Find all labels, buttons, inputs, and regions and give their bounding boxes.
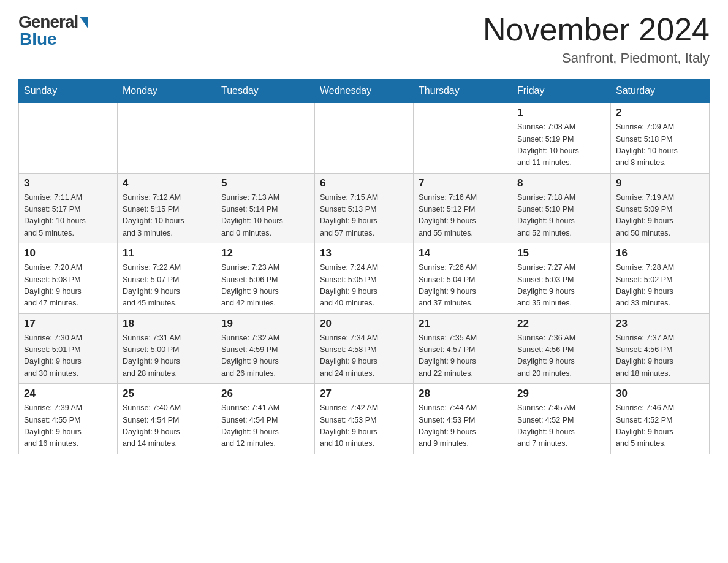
calendar-cell: 8Sunrise: 7:18 AM Sunset: 5:10 PM Daylig… <box>512 173 611 243</box>
calendar-cell: 10Sunrise: 7:20 AM Sunset: 5:08 PM Dayli… <box>19 243 118 314</box>
day-of-week-header: Friday <box>512 79 611 103</box>
calendar-cell: 16Sunrise: 7:28 AM Sunset: 5:02 PM Dayli… <box>611 243 710 314</box>
day-info: Sunrise: 7:24 AM Sunset: 5:05 PM Dayligh… <box>320 262 408 310</box>
calendar-cell: 7Sunrise: 7:16 AM Sunset: 5:12 PM Daylig… <box>414 173 512 243</box>
calendar-cell: 17Sunrise: 7:30 AM Sunset: 5:01 PM Dayli… <box>19 313 118 384</box>
day-number: 3 <box>24 177 112 190</box>
day-info: Sunrise: 7:20 AM Sunset: 5:08 PM Dayligh… <box>24 262 112 310</box>
day-info: Sunrise: 7:39 AM Sunset: 4:55 PM Dayligh… <box>24 402 112 450</box>
calendar-cell <box>19 103 118 174</box>
day-info: Sunrise: 7:44 AM Sunset: 4:53 PM Dayligh… <box>419 402 507 450</box>
calendar-cell: 4Sunrise: 7:12 AM Sunset: 5:15 PM Daylig… <box>118 173 216 243</box>
day-number: 16 <box>616 247 704 259</box>
day-number: 8 <box>517 177 605 190</box>
day-number: 19 <box>221 318 309 330</box>
calendar-cell: 11Sunrise: 7:22 AM Sunset: 5:07 PM Dayli… <box>118 243 216 314</box>
day-info: Sunrise: 7:23 AM Sunset: 5:06 PM Dayligh… <box>221 262 309 310</box>
day-info: Sunrise: 7:40 AM Sunset: 4:54 PM Dayligh… <box>123 402 211 450</box>
calendar-cell: 2Sunrise: 7:09 AM Sunset: 5:18 PM Daylig… <box>611 103 710 174</box>
day-number: 21 <box>419 318 507 330</box>
day-number: 7 <box>419 177 507 190</box>
month-title: November 2024 <box>483 12 710 47</box>
calendar-week-row: 17Sunrise: 7:30 AM Sunset: 5:01 PM Dayli… <box>19 313 710 384</box>
calendar-cell: 25Sunrise: 7:40 AM Sunset: 4:54 PM Dayli… <box>118 384 216 454</box>
calendar-cell <box>118 103 216 174</box>
day-info: Sunrise: 7:36 AM Sunset: 4:56 PM Dayligh… <box>517 332 605 380</box>
day-of-week-header: Sunday <box>19 79 118 103</box>
calendar-cell: 12Sunrise: 7:23 AM Sunset: 5:06 PM Dayli… <box>216 243 315 314</box>
day-info: Sunrise: 7:27 AM Sunset: 5:03 PM Dayligh… <box>517 262 605 310</box>
day-number: 15 <box>517 247 605 259</box>
day-number: 11 <box>123 247 211 259</box>
calendar-cell: 24Sunrise: 7:39 AM Sunset: 4:55 PM Dayli… <box>19 384 118 454</box>
day-number: 20 <box>320 318 408 330</box>
day-number: 30 <box>616 388 704 400</box>
calendar-week-row: 10Sunrise: 7:20 AM Sunset: 5:08 PM Dayli… <box>19 243 710 314</box>
title-section: November 2024 Sanfront, Piedmont, Italy <box>483 12 710 66</box>
calendar-cell: 1Sunrise: 7:08 AM Sunset: 5:19 PM Daylig… <box>512 103 611 174</box>
day-info: Sunrise: 7:16 AM Sunset: 5:12 PM Dayligh… <box>419 192 507 240</box>
day-info: Sunrise: 7:22 AM Sunset: 5:07 PM Dayligh… <box>123 262 211 310</box>
day-number: 12 <box>221 247 309 259</box>
day-info: Sunrise: 7:15 AM Sunset: 5:13 PM Dayligh… <box>320 192 408 240</box>
location-title: Sanfront, Piedmont, Italy <box>483 50 710 66</box>
calendar-week-row: 1Sunrise: 7:08 AM Sunset: 5:19 PM Daylig… <box>19 103 710 174</box>
day-info: Sunrise: 7:11 AM Sunset: 5:17 PM Dayligh… <box>24 192 112 240</box>
calendar-cell: 9Sunrise: 7:19 AM Sunset: 5:09 PM Daylig… <box>611 173 710 243</box>
calendar-table: SundayMondayTuesdayWednesdayThursdayFrid… <box>18 79 710 454</box>
logo: General Blue <box>18 12 88 49</box>
day-number: 9 <box>616 177 704 190</box>
day-number: 6 <box>320 177 408 190</box>
day-info: Sunrise: 7:13 AM Sunset: 5:14 PM Dayligh… <box>221 192 309 240</box>
day-number: 2 <box>616 107 704 119</box>
day-info: Sunrise: 7:30 AM Sunset: 5:01 PM Dayligh… <box>24 332 112 380</box>
day-info: Sunrise: 7:28 AM Sunset: 5:02 PM Dayligh… <box>616 262 704 310</box>
day-number: 27 <box>320 388 408 400</box>
calendar-cell: 6Sunrise: 7:15 AM Sunset: 5:13 PM Daylig… <box>315 173 414 243</box>
day-number: 24 <box>24 388 112 400</box>
day-of-week-header: Monday <box>118 79 216 103</box>
calendar-cell: 22Sunrise: 7:36 AM Sunset: 4:56 PM Dayli… <box>512 313 611 384</box>
day-info: Sunrise: 7:12 AM Sunset: 5:15 PM Dayligh… <box>123 192 211 240</box>
day-number: 13 <box>320 247 408 259</box>
day-number: 10 <box>24 247 112 259</box>
day-info: Sunrise: 7:45 AM Sunset: 4:52 PM Dayligh… <box>517 402 605 450</box>
calendar-cell: 21Sunrise: 7:35 AM Sunset: 4:57 PM Dayli… <box>414 313 512 384</box>
day-info: Sunrise: 7:34 AM Sunset: 4:58 PM Dayligh… <box>320 332 408 380</box>
calendar-cell: 5Sunrise: 7:13 AM Sunset: 5:14 PM Daylig… <box>216 173 315 243</box>
day-info: Sunrise: 7:08 AM Sunset: 5:19 PM Dayligh… <box>517 121 605 169</box>
page-header: General Blue November 2024 Sanfront, Pie… <box>18 12 710 66</box>
calendar-cell: 15Sunrise: 7:27 AM Sunset: 5:03 PM Dayli… <box>512 243 611 314</box>
calendar-cell: 30Sunrise: 7:46 AM Sunset: 4:52 PM Dayli… <box>611 384 710 454</box>
day-info: Sunrise: 7:46 AM Sunset: 4:52 PM Dayligh… <box>616 402 704 450</box>
calendar-cell <box>414 103 512 174</box>
day-number: 4 <box>123 177 211 190</box>
calendar-week-row: 24Sunrise: 7:39 AM Sunset: 4:55 PM Dayli… <box>19 384 710 454</box>
calendar-cell: 3Sunrise: 7:11 AM Sunset: 5:17 PM Daylig… <box>19 173 118 243</box>
day-number: 17 <box>24 318 112 330</box>
calendar-cell: 26Sunrise: 7:41 AM Sunset: 4:54 PM Dayli… <box>216 384 315 454</box>
day-info: Sunrise: 7:42 AM Sunset: 4:53 PM Dayligh… <box>320 402 408 450</box>
calendar-cell: 23Sunrise: 7:37 AM Sunset: 4:56 PM Dayli… <box>611 313 710 384</box>
day-number: 28 <box>419 388 507 400</box>
calendar-cell: 29Sunrise: 7:45 AM Sunset: 4:52 PM Dayli… <box>512 384 611 454</box>
calendar-cell <box>216 103 315 174</box>
calendar-cell: 27Sunrise: 7:42 AM Sunset: 4:53 PM Dayli… <box>315 384 414 454</box>
day-info: Sunrise: 7:19 AM Sunset: 5:09 PM Dayligh… <box>616 192 704 240</box>
day-info: Sunrise: 7:41 AM Sunset: 4:54 PM Dayligh… <box>221 402 309 450</box>
calendar-cell: 19Sunrise: 7:32 AM Sunset: 4:59 PM Dayli… <box>216 313 315 384</box>
day-number: 1 <box>517 107 605 119</box>
calendar-cell: 18Sunrise: 7:31 AM Sunset: 5:00 PM Dayli… <box>118 313 216 384</box>
calendar-cell: 20Sunrise: 7:34 AM Sunset: 4:58 PM Dayli… <box>315 313 414 384</box>
day-number: 29 <box>517 388 605 400</box>
day-number: 18 <box>123 318 211 330</box>
day-of-week-header: Tuesday <box>216 79 315 103</box>
day-number: 22 <box>517 318 605 330</box>
day-number: 23 <box>616 318 704 330</box>
calendar-cell: 28Sunrise: 7:44 AM Sunset: 4:53 PM Dayli… <box>414 384 512 454</box>
day-of-week-header: Wednesday <box>315 79 414 103</box>
calendar-header-row: SundayMondayTuesdayWednesdayThursdayFrid… <box>19 79 710 103</box>
day-number: 26 <box>221 388 309 400</box>
calendar-week-row: 3Sunrise: 7:11 AM Sunset: 5:17 PM Daylig… <box>19 173 710 243</box>
logo-arrow-icon <box>80 17 88 29</box>
